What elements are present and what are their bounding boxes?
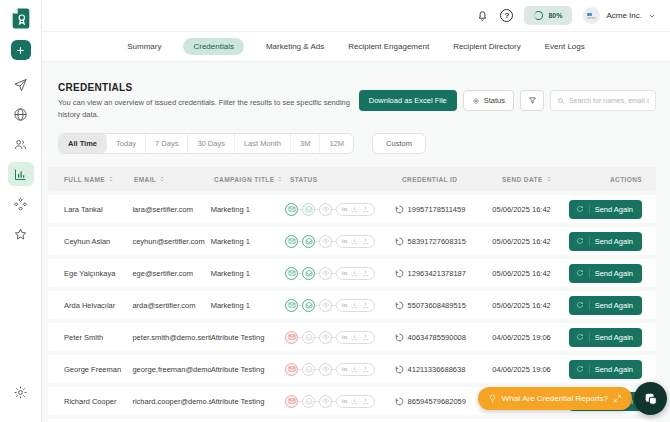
sidebar-item-settings[interactable] [8,380,34,404]
download-excel-button[interactable]: Download as Excel File [359,90,457,111]
sent-envelope-icon[interactable] [285,395,298,408]
sidebar-item-recipients[interactable] [8,132,34,156]
help-button[interactable]: ? [500,9,513,22]
opened-envelope-icon[interactable] [302,331,315,344]
sent-envelope-icon[interactable] [285,363,298,376]
linkedin-icon[interactable]: in [342,334,347,340]
download-icon[interactable] [351,366,358,373]
refresh-icon [576,269,584,277]
opened-envelope-icon[interactable] [302,203,315,216]
create-button[interactable] [11,40,31,60]
linkedin-icon[interactable]: in [342,398,347,404]
share-status-group: in [336,331,375,344]
column-email[interactable]: EMAIL [134,175,214,183]
tab-event-logs[interactable]: Event Logs [543,38,587,55]
custom-range-button[interactable]: Custom [372,133,426,154]
viewed-eye-icon[interactable] [319,203,332,216]
sertifier-logo-icon[interactable] [11,7,31,30]
linkedin-icon[interactable]: in [342,238,347,244]
linkedin-icon[interactable]: in [342,270,347,276]
tab-recipient-directory[interactable]: Recipient Directory [451,38,523,55]
credential-id-icon[interactable] [395,397,404,406]
column-campaign-title[interactable]: CAMPAIGN TITLE [214,175,290,183]
tab-recipient-engagement[interactable]: Recipient Engagement [346,38,431,55]
send-again-button[interactable]: Send Again [569,264,642,283]
opened-envelope-icon[interactable] [302,395,315,408]
tab-marketing-ads[interactable]: Marketing & Ads [264,38,326,55]
sidebar-item-web[interactable] [8,102,34,126]
credential-id-icon[interactable] [395,365,404,374]
share-icon[interactable] [362,270,369,277]
download-icon[interactable] [351,334,358,341]
table-row: Peter Smith peter.smith@demo.sertifi... … [48,323,656,351]
sent-envelope-icon[interactable] [285,235,298,248]
send-again-button[interactable]: Send Again [569,232,642,251]
chat-launcher[interactable] [634,382,667,415]
share-icon[interactable] [362,398,369,405]
linkedin-icon[interactable]: in [342,206,347,212]
credential-id-icon[interactable] [395,333,404,342]
filter-button[interactable] [520,90,544,111]
opened-envelope-icon[interactable] [302,299,315,312]
time-filter-3m[interactable]: 3M [291,134,320,153]
credential-id-icon[interactable] [395,269,404,278]
time-filter-all-time[interactable]: All Time [59,134,107,153]
send-again-button[interactable]: Send Again [569,360,642,379]
viewed-eye-icon[interactable] [319,267,332,280]
status-filter-button[interactable]: Status [463,90,514,111]
linkedin-icon[interactable]: in [342,302,347,308]
tab-summary[interactable]: Summary [125,38,163,55]
time-filter-12m[interactable]: 12M [320,134,353,153]
sidebar-item-favorites[interactable] [8,222,34,246]
sent-envelope-icon[interactable] [285,299,298,312]
download-icon[interactable] [351,270,358,277]
progress-ring-icon [534,11,543,20]
viewed-eye-icon[interactable] [319,331,332,344]
viewed-eye-icon[interactable] [319,363,332,376]
sidebar-item-reports[interactable] [8,162,34,186]
time-filter-30-days[interactable]: 30 Days [188,134,235,153]
viewed-eye-icon[interactable] [319,299,332,312]
share-icon[interactable] [362,206,369,213]
search-input[interactable] [569,97,649,104]
credential-id-icon[interactable] [395,237,404,246]
share-icon[interactable] [362,366,369,373]
opened-envelope-icon[interactable] [302,267,315,280]
send-again-button[interactable]: Send Again [569,328,642,347]
status-filter-label: Status [484,96,505,105]
time-filter-last-month[interactable]: Last Month [235,134,291,153]
sort-icon [108,175,114,183]
download-icon[interactable] [351,398,358,405]
linkedin-icon[interactable]: in [342,366,347,372]
time-filter-today[interactable]: Today [107,134,146,153]
download-icon[interactable] [351,238,358,245]
credential-id-icon[interactable] [395,301,404,310]
notifications-button[interactable] [476,9,489,22]
cell-email: ege@sertifier.com [132,269,210,278]
sent-envelope-icon[interactable] [285,331,298,344]
onboarding-progress-badge[interactable]: 80% [524,6,572,25]
send-again-button[interactable]: Send Again [569,200,642,219]
share-icon[interactable] [362,334,369,341]
download-icon[interactable] [351,206,358,213]
column-send-date[interactable]: SEND DATE [502,175,580,183]
send-again-button[interactable]: Send Again [569,296,642,315]
sent-envelope-icon[interactable] [285,203,298,216]
sidebar-item-integrations[interactable] [8,192,34,216]
org-switcher[interactable]: Acme Inc. [583,7,656,24]
download-icon[interactable] [351,302,358,309]
sidebar-item-send[interactable] [8,72,34,96]
opened-envelope-icon[interactable] [302,363,315,376]
credential-reports-tip[interactable]: What Are Credential Reports? [478,387,632,410]
column-full-name[interactable]: FULL NAME [48,175,134,183]
credential-id-icon[interactable] [395,205,404,214]
viewed-eye-icon[interactable] [319,235,332,248]
cell-send-date: 05/06/2025 16:42 [492,301,568,310]
viewed-eye-icon[interactable] [319,395,332,408]
share-icon[interactable] [362,238,369,245]
time-filter-7-days[interactable]: 7 Days [146,134,188,153]
tab-credentials[interactable]: Credentials [183,38,243,55]
sent-envelope-icon[interactable] [285,267,298,280]
share-icon[interactable] [362,302,369,309]
opened-envelope-icon[interactable] [302,235,315,248]
